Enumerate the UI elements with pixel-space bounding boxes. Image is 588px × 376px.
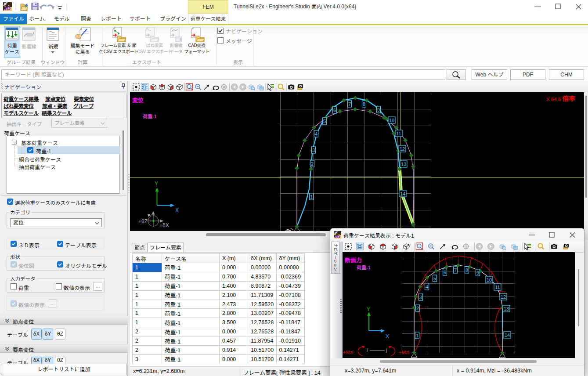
svg-text:4: 4 (315, 131, 317, 137)
svg-text:2: 2 (416, 306, 419, 311)
svg-text:7: 7 (454, 268, 457, 273)
svg-text:11: 11 (495, 285, 500, 290)
svg-text:12: 12 (501, 294, 506, 300)
svg-text:13: 13 (504, 306, 509, 311)
svg-text:X: X (386, 333, 389, 340)
svg-text:1: 1 (310, 194, 313, 199)
svg-text:+θZ: +θZ (138, 218, 148, 224)
svg-text:5: 5 (323, 119, 326, 124)
svg-text:+Mzl: +Mzl (399, 350, 409, 355)
svg-text:14: 14 (505, 333, 510, 338)
svg-text:9: 9 (476, 270, 479, 275)
svg-text:i: i (367, 347, 368, 353)
svg-text:+Mzl: +Mzl (343, 350, 354, 355)
svg-text:変位: 変位 (132, 97, 144, 104)
svg-text:6: 6 (444, 270, 446, 275)
svg-text:11: 11 (396, 131, 401, 136)
svg-text:Y: Y (155, 181, 158, 187)
svg-text:断面力: 断面力 (345, 257, 362, 264)
svg-text:13: 13 (401, 162, 406, 167)
svg-text:10: 10 (389, 118, 394, 123)
svg-text:14: 14 (400, 191, 405, 196)
svg-text:7: 7 (348, 101, 351, 107)
svg-text:4: 4 (426, 284, 428, 289)
svg-text:荷重-1: 荷重-1 (142, 114, 157, 119)
svg-text:6: 6 (333, 108, 336, 113)
svg-text:8: 8 (465, 268, 468, 273)
svg-text:5: 5 (433, 276, 436, 281)
svg-text:2: 2 (311, 161, 314, 166)
svg-text:3: 3 (419, 295, 422, 300)
svg-text:12: 12 (400, 146, 405, 152)
svg-text:Y: Y (367, 306, 370, 312)
svg-text:1: 1 (416, 333, 418, 338)
svg-text:X: X (175, 207, 179, 213)
svg-text:+δX: +δX (159, 222, 169, 228)
svg-text:8: 8 (363, 101, 365, 107)
svg-text:j: j (386, 347, 387, 353)
svg-text:X 64.6 倍率: X 64.6 倍率 (546, 95, 575, 102)
svg-text:荷重-1: 荷重-1 (356, 265, 371, 270)
svg-text:3: 3 (312, 148, 315, 153)
svg-text:9: 9 (377, 107, 380, 112)
svg-text:10: 10 (487, 277, 492, 282)
